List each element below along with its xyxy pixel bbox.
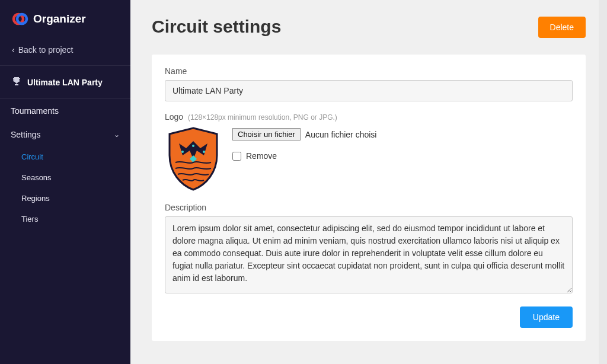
name-input[interactable]	[165, 80, 573, 101]
project-header: Ultimate LAN Party	[0, 66, 130, 99]
nav-sub-circuit[interactable]: Circuit	[0, 146, 130, 167]
chevron-left-icon: ‹	[12, 45, 15, 55]
chevron-down-icon: ⌄	[114, 130, 120, 139]
main-content: Circuit settings Delete Name Logo (128×1…	[130, 0, 607, 364]
remove-checkbox[interactable]	[232, 152, 241, 161]
settings-card: Name Logo (128×128px minimum resolution,…	[152, 55, 586, 341]
logo-controls: Choisir un fichier Aucun fichier choisi …	[232, 126, 573, 161]
project-name: Ultimate LAN Party	[27, 78, 103, 87]
name-label: Name	[165, 66, 573, 76]
file-none-label: Aucun fichier choisi	[305, 130, 377, 139]
description-group: Description	[165, 203, 573, 296]
back-to-project-link[interactable]: ‹ Back to project	[0, 37, 130, 66]
app-logo-icon	[12, 11, 28, 27]
page-header: Circuit settings Delete	[152, 17, 586, 38]
logo-label: Logo (128×128px minimum resolution, PNG …	[165, 112, 573, 122]
logo-group: Logo (128×128px minimum resolution, PNG …	[165, 112, 573, 192]
svg-point-3	[181, 151, 184, 153]
svg-point-5	[203, 151, 205, 153]
update-button[interactable]: Update	[520, 306, 573, 328]
nav-settings[interactable]: Settings ⌄	[0, 123, 130, 146]
app-logo: Organizer	[0, 0, 130, 37]
choose-file-button[interactable]: Choisir un fichier	[232, 128, 301, 141]
logo-preview	[165, 126, 222, 192]
description-label: Description	[165, 203, 573, 212]
back-label: Back to project	[18, 45, 74, 55]
nav-tournaments[interactable]: Tournaments	[0, 99, 130, 123]
delete-button[interactable]: Delete	[538, 17, 586, 38]
svg-point-4	[192, 145, 194, 147]
logo-hint: (128×128px minimum resolution, PNG or JP…	[188, 113, 337, 122]
name-group: Name	[165, 66, 573, 101]
nav-sub-seasons[interactable]: Seasons	[0, 167, 130, 188]
scrollbar[interactable]	[599, 0, 607, 364]
page-title: Circuit settings	[152, 17, 281, 37]
app-name: Organizer	[33, 12, 86, 25]
remove-label[interactable]: Remove	[246, 151, 277, 161]
description-textarea[interactable]	[165, 216, 573, 293]
sidebar: Organizer ‹ Back to project Ultimate LAN…	[0, 0, 130, 364]
nav-sub-tiers[interactable]: Tiers	[0, 209, 130, 229]
trophy-icon	[12, 76, 21, 88]
nav-sub-regions[interactable]: Regions	[0, 188, 130, 209]
